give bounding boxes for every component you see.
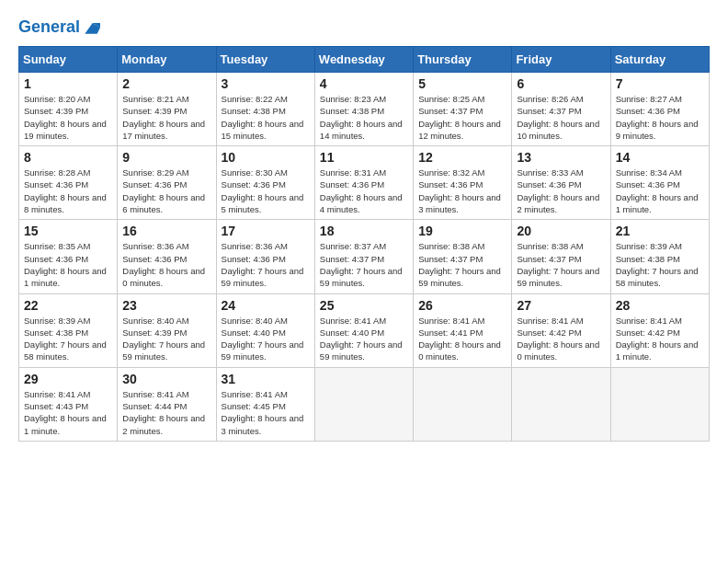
- cell-info: Sunrise: 8:32 AM Sunset: 4:36 PM Dayligh…: [418, 167, 506, 215]
- calendar-cell: 5 Sunrise: 8:25 AM Sunset: 4:37 PM Dayli…: [414, 73, 512, 146]
- cell-info: Sunrise: 8:37 AM Sunset: 4:37 PM Dayligh…: [320, 240, 408, 289]
- day-number: 2: [122, 76, 210, 91]
- calendar-cell: 10 Sunrise: 8:30 AM Sunset: 4:36 PM Dayl…: [216, 146, 314, 220]
- day-header-saturday: Saturday: [610, 47, 709, 73]
- day-number: 20: [517, 224, 605, 238]
- cell-info: Sunrise: 8:21 AM Sunset: 4:39 PM Dayligh…: [122, 93, 210, 142]
- calendar-cell: 22 Sunrise: 8:39 AM Sunset: 4:38 PM Dayl…: [19, 293, 118, 367]
- day-number: 30: [122, 372, 210, 386]
- day-number: 11: [320, 150, 408, 165]
- calendar-cell: [512, 367, 610, 441]
- cell-info: Sunrise: 8:23 AM Sunset: 4:38 PM Dayligh…: [320, 93, 408, 142]
- cell-info: Sunrise: 8:29 AM Sunset: 4:36 PM Dayligh…: [122, 167, 210, 215]
- calendar-cell: 12 Sunrise: 8:32 AM Sunset: 4:36 PM Dayl…: [414, 146, 512, 220]
- calendar-cell: 21 Sunrise: 8:39 AM Sunset: 4:38 PM Dayl…: [610, 220, 709, 293]
- calendar-cell: 26 Sunrise: 8:41 AM Sunset: 4:41 PM Dayl…: [414, 293, 512, 367]
- cell-info: Sunrise: 8:33 AM Sunset: 4:36 PM Dayligh…: [517, 167, 605, 215]
- cell-info: Sunrise: 8:36 AM Sunset: 4:36 PM Dayligh…: [122, 240, 210, 289]
- day-number: 6: [517, 76, 605, 91]
- day-number: 4: [320, 76, 408, 91]
- calendar-week-1: 8 Sunrise: 8:28 AM Sunset: 4:36 PM Dayli…: [19, 146, 710, 220]
- day-header-thursday: Thursday: [414, 47, 512, 73]
- calendar-cell: 7 Sunrise: 8:27 AM Sunset: 4:36 PM Dayli…: [610, 73, 709, 146]
- day-number: 8: [24, 150, 112, 165]
- calendar-cell: 23 Sunrise: 8:40 AM Sunset: 4:39 PM Dayl…: [118, 293, 216, 367]
- calendar-cell: 18 Sunrise: 8:37 AM Sunset: 4:37 PM Dayl…: [314, 220, 413, 293]
- day-header-sunday: Sunday: [19, 47, 118, 73]
- day-number: 22: [24, 298, 112, 313]
- calendar-week-0: 1 Sunrise: 8:20 AM Sunset: 4:39 PM Dayli…: [19, 73, 710, 146]
- cell-info: Sunrise: 8:40 AM Sunset: 4:39 PM Dayligh…: [122, 315, 210, 363]
- day-number: 17: [222, 224, 310, 238]
- cell-info: Sunrise: 8:41 AM Sunset: 4:43 PM Dayligh…: [24, 388, 112, 437]
- day-number: 3: [222, 76, 310, 91]
- calendar-cell: 25 Sunrise: 8:41 AM Sunset: 4:40 PM Dayl…: [314, 293, 413, 367]
- cell-info: Sunrise: 8:41 AM Sunset: 4:42 PM Dayligh…: [517, 315, 605, 363]
- day-number: 25: [320, 298, 408, 313]
- calendar-cell: 9 Sunrise: 8:29 AM Sunset: 4:36 PM Dayli…: [118, 146, 216, 220]
- calendar-cell: 28 Sunrise: 8:41 AM Sunset: 4:42 PM Dayl…: [610, 293, 709, 367]
- day-number: 15: [24, 224, 112, 238]
- calendar-cell: 1 Sunrise: 8:20 AM Sunset: 4:39 PM Dayli…: [19, 73, 118, 146]
- day-header-wednesday: Wednesday: [314, 47, 413, 73]
- calendar-header-row: SundayMondayTuesdayWednesdayThursdayFrid…: [19, 47, 710, 73]
- cell-info: Sunrise: 8:28 AM Sunset: 4:36 PM Dayligh…: [24, 167, 112, 215]
- day-number: 31: [222, 372, 310, 386]
- cell-info: Sunrise: 8:41 AM Sunset: 4:41 PM Dayligh…: [418, 315, 506, 363]
- day-number: 27: [517, 298, 605, 313]
- cell-info: Sunrise: 8:40 AM Sunset: 4:40 PM Dayligh…: [222, 315, 310, 363]
- day-header-monday: Monday: [118, 47, 216, 73]
- calendar-cell: [610, 367, 709, 441]
- calendar-cell: 30 Sunrise: 8:41 AM Sunset: 4:44 PM Dayl…: [118, 367, 216, 441]
- calendar-cell: 14 Sunrise: 8:34 AM Sunset: 4:36 PM Dayl…: [610, 146, 709, 220]
- calendar-cell: 8 Sunrise: 8:28 AM Sunset: 4:36 PM Dayli…: [19, 146, 118, 220]
- day-number: 5: [418, 76, 506, 91]
- calendar-cell: 16 Sunrise: 8:36 AM Sunset: 4:36 PM Dayl…: [118, 220, 216, 293]
- calendar-cell: 29 Sunrise: 8:41 AM Sunset: 4:43 PM Dayl…: [19, 367, 118, 441]
- calendar-week-3: 22 Sunrise: 8:39 AM Sunset: 4:38 PM Dayl…: [19, 293, 710, 367]
- calendar-week-4: 29 Sunrise: 8:41 AM Sunset: 4:43 PM Dayl…: [19, 367, 710, 441]
- day-number: 7: [616, 76, 704, 91]
- calendar-body: 1 Sunrise: 8:20 AM Sunset: 4:39 PM Dayli…: [19, 73, 710, 442]
- day-number: 23: [122, 298, 210, 313]
- calendar-week-2: 15 Sunrise: 8:35 AM Sunset: 4:36 PM Dayl…: [19, 220, 710, 293]
- calendar-cell: 20 Sunrise: 8:38 AM Sunset: 4:37 PM Dayl…: [512, 220, 610, 293]
- calendar-cell: 17 Sunrise: 8:36 AM Sunset: 4:36 PM Dayl…: [216, 220, 314, 293]
- calendar-cell: 6 Sunrise: 8:26 AM Sunset: 4:37 PM Dayli…: [512, 73, 610, 146]
- logo-icon: [82, 18, 100, 37]
- calendar-cell: 3 Sunrise: 8:22 AM Sunset: 4:38 PM Dayli…: [216, 73, 314, 146]
- day-number: 9: [122, 150, 210, 165]
- cell-info: Sunrise: 8:22 AM Sunset: 4:38 PM Dayligh…: [222, 93, 310, 142]
- day-number: 12: [418, 150, 506, 165]
- cell-info: Sunrise: 8:30 AM Sunset: 4:36 PM Dayligh…: [222, 167, 310, 215]
- cell-info: Sunrise: 8:31 AM Sunset: 4:36 PM Dayligh…: [320, 167, 408, 215]
- day-number: 18: [320, 224, 408, 238]
- day-header-friday: Friday: [512, 47, 610, 73]
- day-number: 26: [418, 298, 506, 313]
- calendar-cell: 13 Sunrise: 8:33 AM Sunset: 4:36 PM Dayl…: [512, 146, 610, 220]
- cell-info: Sunrise: 8:36 AM Sunset: 4:36 PM Dayligh…: [222, 240, 310, 289]
- cell-info: Sunrise: 8:41 AM Sunset: 4:42 PM Dayligh…: [616, 315, 704, 363]
- calendar-cell: 15 Sunrise: 8:35 AM Sunset: 4:36 PM Dayl…: [19, 220, 118, 293]
- calendar-cell: 27 Sunrise: 8:41 AM Sunset: 4:42 PM Dayl…: [512, 293, 610, 367]
- calendar-table: SundayMondayTuesdayWednesdayThursdayFrid…: [18, 46, 710, 442]
- day-number: 1: [24, 76, 112, 91]
- cell-info: Sunrise: 8:38 AM Sunset: 4:37 PM Dayligh…: [517, 240, 605, 289]
- cell-info: Sunrise: 8:41 AM Sunset: 4:40 PM Dayligh…: [320, 315, 408, 363]
- calendar-cell: [414, 367, 512, 441]
- calendar-cell: 11 Sunrise: 8:31 AM Sunset: 4:36 PM Dayl…: [314, 146, 413, 220]
- logo-text: General: [18, 18, 80, 37]
- day-number: 10: [222, 150, 310, 165]
- day-number: 24: [222, 298, 310, 313]
- calendar-cell: 24 Sunrise: 8:40 AM Sunset: 4:40 PM Dayl…: [216, 293, 314, 367]
- day-number: 14: [616, 150, 704, 165]
- day-header-tuesday: Tuesday: [216, 47, 314, 73]
- day-number: 13: [517, 150, 605, 165]
- day-number: 16: [122, 224, 210, 238]
- cell-info: Sunrise: 8:39 AM Sunset: 4:38 PM Dayligh…: [616, 240, 704, 289]
- day-number: 21: [616, 224, 704, 238]
- calendar-cell: 4 Sunrise: 8:23 AM Sunset: 4:38 PM Dayli…: [314, 73, 413, 146]
- cell-info: Sunrise: 8:27 AM Sunset: 4:36 PM Dayligh…: [616, 93, 704, 142]
- cell-info: Sunrise: 8:26 AM Sunset: 4:37 PM Dayligh…: [517, 93, 605, 142]
- calendar-cell: 19 Sunrise: 8:38 AM Sunset: 4:37 PM Dayl…: [414, 220, 512, 293]
